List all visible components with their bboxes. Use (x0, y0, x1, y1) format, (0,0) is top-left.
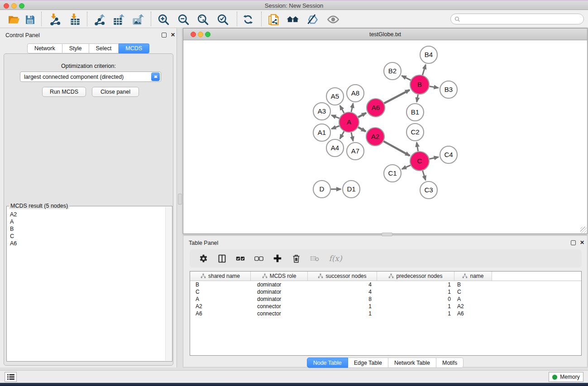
edge-A6-B[interactable] (384, 90, 410, 104)
export-table-button[interactable] (111, 13, 125, 26)
window-resize-grip[interactable] (580, 227, 587, 233)
edge-A2-C[interactable] (383, 141, 410, 156)
tab-network[interactable]: Network (27, 43, 62, 53)
node-B1[interactable]: B1 (406, 104, 424, 121)
close-panel-icon[interactable]: ✕ (170, 32, 176, 38)
result-item[interactable]: A (7, 218, 165, 225)
criterion-dropdown[interactable]: largest connected component (directed) (20, 71, 161, 82)
tab-edge-table[interactable]: Edge Table (348, 357, 388, 368)
edge-A-A2[interactable] (358, 127, 366, 131)
tab-mcds[interactable]: MCDS (119, 43, 149, 53)
zoom-selected-button[interactable] (216, 13, 229, 26)
function-builder-button[interactable]: f(x) (328, 253, 343, 264)
memory-button[interactable]: Memory (549, 372, 583, 382)
refresh-layout-button[interactable] (241, 13, 255, 26)
column-header-predecessor-nodes[interactable]: predecessor nodes (377, 272, 454, 281)
zoom-out-button[interactable] (177, 13, 190, 26)
delete-column-button[interactable] (291, 253, 301, 264)
node-table[interactable]: shared nameMCDS rolesuccessor nodesprede… (190, 271, 582, 356)
close-panel-button[interactable]: Close panel (92, 87, 139, 97)
delete-table-button[interactable] (309, 253, 320, 264)
edge-A-A4[interactable] (340, 131, 344, 139)
edge-C-C2[interactable] (417, 143, 418, 152)
node-A[interactable]: A (339, 112, 359, 132)
node-A5[interactable]: A5 (326, 88, 344, 105)
edge-A-A3[interactable] (331, 115, 339, 119)
edge-A-A5[interactable] (340, 105, 344, 113)
result-item[interactable]: A2 (7, 211, 165, 218)
edge-A-A1[interactable] (331, 126, 339, 129)
show-column-button[interactable] (216, 253, 227, 264)
node-B[interactable]: B (410, 75, 429, 94)
edge-A-A8[interactable] (351, 103, 353, 112)
table-row[interactable]: A6connector11A6 (190, 310, 581, 317)
result-item[interactable]: C (7, 233, 165, 240)
float-panel-icon[interactable] (161, 32, 167, 38)
node-C[interactable]: C (410, 152, 429, 171)
home-cybrowser-button[interactable] (286, 13, 300, 26)
node-B4[interactable]: B4 (420, 46, 437, 63)
edge-C-C4[interactable] (429, 157, 438, 159)
column-header-name[interactable]: name (454, 272, 492, 281)
table-row[interactable]: A2connector11A2 (190, 303, 581, 310)
node-D[interactable]: D (313, 181, 330, 198)
node-A8[interactable]: A8 (347, 85, 364, 102)
task-history-button[interactable] (5, 372, 17, 382)
node-C4[interactable]: C4 (440, 146, 457, 163)
tab-node-table[interactable]: Node Table (307, 357, 348, 368)
hide-labels-button[interactable] (306, 13, 319, 26)
node-B2[interactable]: B2 (384, 62, 401, 80)
edge-A-A7[interactable] (351, 132, 353, 141)
show-hide-graphics-button[interactable] (326, 13, 340, 26)
horizontal-splitter-handle[interactable] (382, 233, 392, 236)
table-row[interactable]: Bdominator41B (190, 281, 581, 288)
export-image-button[interactable] (131, 13, 144, 26)
node-C2[interactable]: C2 (406, 124, 424, 141)
vertical-splitter-handle[interactable] (178, 194, 182, 205)
node-A7[interactable]: A7 (347, 143, 364, 160)
edge-C-C3[interactable] (423, 171, 426, 180)
zoom-fit-button[interactable] (196, 13, 210, 26)
create-column-button[interactable] (272, 253, 283, 264)
float-table-panel-icon[interactable] (570, 239, 576, 246)
table-settings-button[interactable] (198, 253, 209, 264)
network-window-titlebar[interactable]: testGlobe.txt (183, 29, 587, 40)
select-all-button[interactable] (235, 253, 246, 264)
new-network-from-selection-button[interactable] (267, 13, 281, 26)
export-network-button[interactable] (92, 13, 105, 26)
import-table-button[interactable] (68, 13, 81, 26)
node-B3[interactable]: B3 (440, 81, 457, 98)
unselect-all-button[interactable] (253, 253, 264, 264)
import-network-button[interactable] (48, 13, 61, 26)
save-session-button[interactable] (23, 13, 37, 26)
result-item[interactable]: A6 (7, 240, 165, 247)
column-header-shared-name[interactable]: shared name (190, 272, 251, 281)
node-A4[interactable]: A4 (326, 139, 344, 157)
search-box[interactable] (450, 14, 584, 24)
column-header-successor-nodes[interactable]: successor nodes (308, 272, 377, 281)
node-C1[interactable]: C1 (384, 165, 401, 182)
result-list-scrollbar[interactable] (165, 207, 172, 361)
tab-motifs[interactable]: Motifs (436, 357, 464, 368)
node-A6[interactable]: A6 (367, 99, 385, 117)
table-row[interactable]: Adominator80A (190, 295, 581, 303)
node-D1[interactable]: D1 (343, 181, 360, 198)
tab-select[interactable]: Select (89, 43, 119, 53)
edge-B-B4[interactable] (422, 65, 425, 75)
edge-B-B1[interactable] (417, 95, 418, 102)
zoom-in-button[interactable] (157, 13, 170, 26)
edge-C-C1[interactable] (402, 165, 411, 169)
node-C3[interactable]: C3 (420, 181, 437, 199)
tab-style[interactable]: Style (62, 43, 89, 53)
tab-network-table[interactable]: Network Table (388, 357, 436, 368)
search-input[interactable] (463, 16, 583, 22)
table-row[interactable]: Cdominator41C (190, 288, 581, 295)
node-A3[interactable]: A3 (313, 103, 330, 120)
run-mcds-button[interactable]: Run MCDS (42, 87, 86, 97)
edge-B-B3[interactable] (430, 86, 439, 88)
node-A2[interactable]: A2 (366, 128, 384, 146)
column-header-MCDS-role[interactable]: MCDS role (251, 272, 308, 281)
network-canvas[interactable]: AA1A2A3A4A5A6A7A8BB1B2B3B4CC1C2C3C4DD1 (183, 41, 587, 234)
edge-A-A6[interactable] (358, 113, 366, 117)
edge-B-B2[interactable] (402, 76, 411, 80)
